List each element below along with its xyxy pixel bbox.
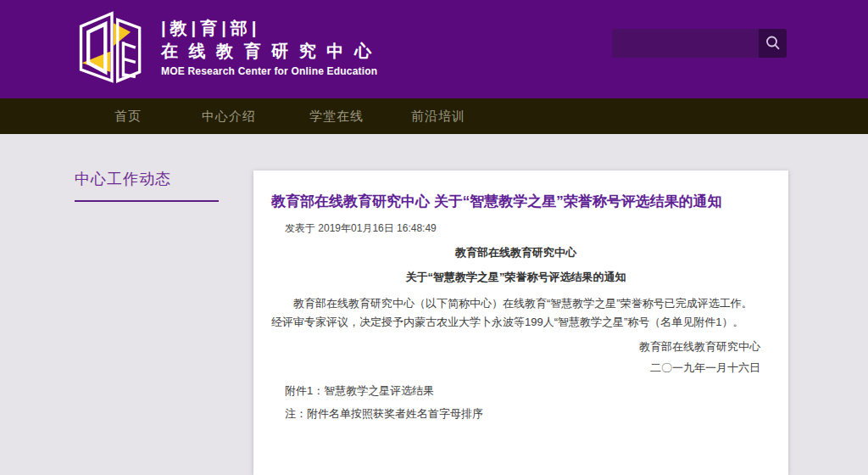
article-panel: 教育部在线教育研究中心 关于“智慧教学之星”荣誉称号评选结果的通知 发表于 20… (253, 170, 788, 475)
nav-item-xuetang-online[interactable]: 学堂在线 (309, 98, 364, 134)
moe-logo-icon (71, 7, 153, 90)
logo-cn-ministry: |教|育|部| (161, 17, 377, 39)
nav-item-home[interactable]: 首页 (114, 98, 142, 134)
nav-item-frontier-training[interactable]: 前沿培训 (411, 98, 465, 134)
search-icon (764, 34, 782, 53)
search-box (612, 29, 787, 58)
sidebar-heading-center-news: 中心工作动态 (75, 169, 171, 189)
main-nav: 首页 中心介绍 学堂在线 前沿培训 (0, 98, 868, 134)
search-input[interactable] (612, 29, 759, 58)
logo-cn-center: 在 线 教 育 研 究 中 心 (161, 39, 377, 63)
sidebar-heading-underline (75, 200, 219, 202)
article-title: 教育部在线教育研究中心 关于“智慧教学之星”荣誉称号评选结果的通知 (271, 193, 760, 211)
logo-en-name: MOE Research Center for Online Education (161, 63, 377, 80)
signature-date: 二〇一九年一月十六日 (271, 361, 760, 374)
article-body-paragraph: 教育部在线教育研究中心（以下简称中心）在线教育“智慧教学之星”荣誉称号已完成评选… (271, 294, 760, 332)
site-header: |教|育|部| 在 线 教 育 研 究 中 心 MOE Research Cen… (0, 0, 868, 98)
notice-subject-line: 关于“智慧教学之星”荣誉称号评选结果的通知 (271, 270, 760, 285)
signature-org: 教育部在线教育研究中心 (271, 340, 760, 353)
notice-org-line: 教育部在线教育研究中心 (271, 245, 760, 260)
attachment-note: 注：附件名单按照获奖者姓名首字母排序 (285, 407, 760, 420)
search-button[interactable] (759, 29, 787, 58)
moe-logo[interactable]: |教|育|部| 在 线 教 育 研 究 中 心 MOE Research Cen… (71, 7, 377, 90)
nav-item-center-intro[interactable]: 中心介绍 (202, 98, 256, 134)
attachment-link[interactable]: 附件1：智慧教学之星评选结果 (285, 384, 760, 397)
logo-text: |教|育|部| 在 线 教 育 研 究 中 心 MOE Research Cen… (161, 17, 377, 80)
article-publish-date: 发表于 2019年01月16日 16:48:49 (285, 221, 760, 236)
